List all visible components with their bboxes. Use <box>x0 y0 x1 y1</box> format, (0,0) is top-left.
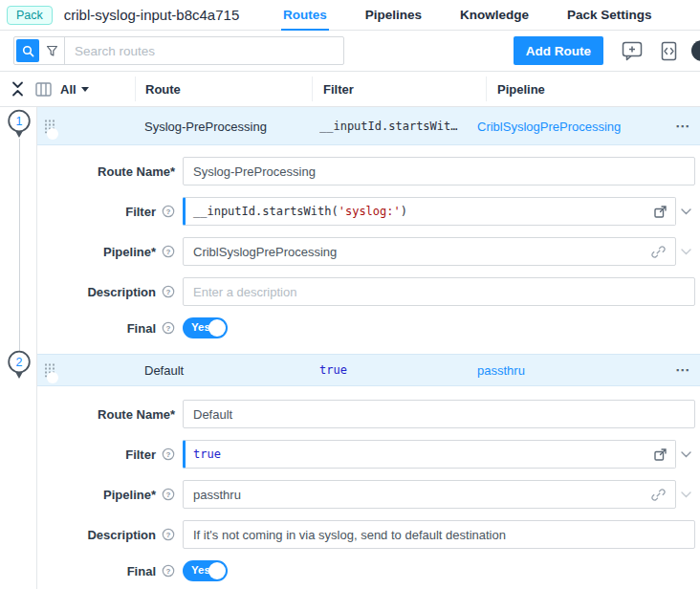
pipeline-row: Pipeline* ? passthru <box>37 480 700 509</box>
expand-editor-icon[interactable] <box>653 447 667 462</box>
caret-down-icon <box>81 87 89 92</box>
description-label: Description <box>87 285 156 299</box>
pack-badge: Pack <box>7 6 53 25</box>
route-filter-cell: true <box>319 363 470 377</box>
column-separator <box>312 76 313 101</box>
route-form-default: Route Name* Filter ? true <box>37 386 700 589</box>
pipeline-select[interactable]: CriblSyslogPreProcessing <box>183 237 676 266</box>
route-pipeline-link[interactable]: passthru <box>477 363 525 378</box>
tab-pack-settings[interactable]: Pack Settings <box>565 0 654 31</box>
final-toggle-label: Yes <box>191 564 210 576</box>
final-label: Final <box>127 564 156 578</box>
add-route-button[interactable]: Add Route <box>514 36 603 65</box>
feedback-comment-plus-icon[interactable] <box>622 41 643 61</box>
route-name-cell: Syslog-PreProcessing <box>144 119 267 133</box>
final-row: Final ? Yes <box>37 317 700 338</box>
routes-table-header: All Route Filter Pipeline <box>0 72 700 107</box>
filter-expression-input[interactable]: true <box>183 440 676 469</box>
pipeline-row: Pipeline* ? CriblSyslogPreProcessing <box>37 237 700 266</box>
filter-label: Filter <box>125 447 156 462</box>
filter-expression-input[interactable]: __inputId.startsWith('syslog:') <box>183 197 676 226</box>
help-question-icon[interactable]: ? <box>162 245 175 258</box>
expand-editor-icon[interactable] <box>653 205 667 219</box>
pipeline-label: Pipeline* <box>103 245 156 259</box>
pipeline-value: passthru <box>193 488 651 502</box>
link-icon[interactable] <box>651 245 666 259</box>
route-form-syslog-preprocessing: Route Name* Filter ? __inputId.startsWit… <box>37 145 700 354</box>
route-name-row: Route Name* <box>37 157 700 185</box>
page-title: cribl-syslog-input-b8c4a715 <box>64 7 239 23</box>
svg-text:1: 1 <box>16 115 23 128</box>
filter-row: Filter ? __inputId.startsWith('syslog:') <box>37 197 700 226</box>
route-row-default[interactable]: Default true passthru ⋯ <box>37 354 700 386</box>
filter-expression-text: true <box>193 447 653 461</box>
filter-funnel-icon[interactable] <box>39 37 64 64</box>
column-header-filter: Filter <box>323 72 354 106</box>
route-name-label: Route Name* <box>37 407 183 422</box>
svg-text:?: ? <box>166 248 171 256</box>
help-question-icon[interactable]: ? <box>162 528 175 541</box>
toolbar-actions: Add Route <box>514 36 700 65</box>
filter-row: Filter ? true <box>37 440 700 469</box>
pipeline-select[interactable]: passthru <box>183 480 676 509</box>
more-menu-icon[interactable]: ⋯ <box>675 361 690 379</box>
pack-routes-page: Pack cribl-syslog-input-b8c4a715 Routes … <box>0 0 700 589</box>
final-label: Final <box>127 321 156 336</box>
svg-text:?: ? <box>166 324 171 333</box>
column-separator <box>486 76 487 101</box>
route-name-input[interactable] <box>183 400 695 428</box>
columns-icon[interactable] <box>35 82 52 97</box>
pipeline-value: CriblSyslogPreProcessing <box>193 245 651 259</box>
final-toggle[interactable]: Yes <box>183 560 228 581</box>
chevron-down-icon[interactable] <box>676 491 695 498</box>
filter-expression-text: __inputId.startsWith('syslog:') <box>193 205 653 218</box>
chevron-down-icon[interactable] <box>676 208 695 215</box>
search-icon[interactable] <box>16 39 39 62</box>
pipeline-label: Pipeline* <box>103 488 156 502</box>
final-toggle-label: Yes <box>191 321 210 333</box>
help-question-icon[interactable]: ? <box>162 285 175 298</box>
search-group <box>13 36 344 65</box>
route-name-input[interactable] <box>183 157 695 185</box>
description-row: Description ? <box>37 277 700 306</box>
svg-text:?: ? <box>166 207 171 216</box>
top-bar: Pack cribl-syslog-input-b8c4a715 Routes … <box>0 0 700 31</box>
description-input[interactable] <box>183 277 695 306</box>
tab-pipelines[interactable]: Pipelines <box>363 0 424 31</box>
help-question-icon[interactable]: ? <box>162 205 175 218</box>
svg-text:?: ? <box>166 450 171 459</box>
route-connector-line <box>19 139 20 351</box>
tab-knowledge[interactable]: Knowledge <box>458 0 531 31</box>
collapse-all-icon[interactable] <box>11 81 24 97</box>
chevron-down-icon[interactable] <box>676 249 695 255</box>
route-row-syslog-preprocessing[interactable]: Syslog-PreProcessing __inputId.startsWit… <box>37 107 700 145</box>
svg-text:?: ? <box>166 288 171 296</box>
svg-text:?: ? <box>166 531 171 539</box>
chevron-down-icon[interactable] <box>676 451 695 458</box>
link-icon[interactable] <box>651 488 666 502</box>
description-input[interactable] <box>183 520 695 549</box>
description-label: Description <box>87 528 156 542</box>
help-question-icon[interactable]: ? <box>162 321 175 335</box>
description-row: Description ? <box>37 520 700 549</box>
help-question-icon[interactable]: ? <box>162 447 175 461</box>
help-question-icon[interactable]: ? <box>162 564 175 578</box>
final-toggle[interactable]: Yes <box>183 317 228 338</box>
final-row: Final ? Yes <box>37 560 700 581</box>
svg-text:?: ? <box>166 491 171 499</box>
route-number-pin-2: 2 <box>7 350 32 381</box>
routes-toolbar: Add Route <box>0 31 700 72</box>
filter-label: Filter <box>125 205 156 219</box>
route-pipeline-link[interactable]: CriblSyslogPreProcessing <box>477 119 621 133</box>
tab-routes[interactable]: Routes <box>281 0 329 31</box>
route-name-label: Route Name* <box>37 164 183 179</box>
search-routes-input[interactable] <box>65 38 343 63</box>
more-menu-icon[interactable]: ⋯ <box>675 118 690 135</box>
column-header-pipeline: Pipeline <box>497 72 545 106</box>
svg-text:?: ? <box>166 567 171 576</box>
code-document-icon[interactable] <box>661 41 677 61</box>
help-question-icon[interactable]: ? <box>162 488 175 501</box>
group-filter-dropdown[interactable]: All <box>60 82 89 97</box>
route-name-cell: Default <box>144 363 184 378</box>
column-header-route: Route <box>145 72 181 106</box>
